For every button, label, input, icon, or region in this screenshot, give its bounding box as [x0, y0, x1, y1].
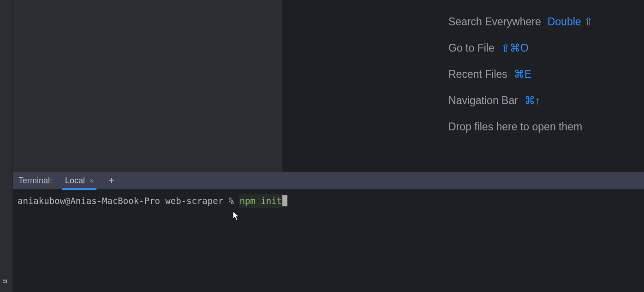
terminal-header: Terminal: Local × +: [13, 172, 644, 190]
terminal-panel: Terminal: Local × + aniakubow@Anias-MacB…: [13, 172, 644, 292]
svg-rect-2: [6, 280, 7, 283]
close-icon[interactable]: ×: [89, 177, 94, 185]
action-search-everywhere[interactable]: Search Everywhere Double ⇧: [448, 16, 593, 28]
action-label: Go to File: [448, 42, 495, 54]
editor-welcome-panel: Search Everywhere Double ⇧ Go to File ⇧⌘…: [282, 0, 644, 172]
structure-icon[interactable]: [3, 279, 9, 286]
terminal-cursor: [282, 195, 287, 206]
action-navigation-bar[interactable]: Navigation Bar ⌘↑: [448, 94, 593, 107]
action-label: Recent Files: [448, 68, 507, 81]
terminal-prompt-line: aniakubow@Anias-MacBook-Pro web-scraper …: [18, 194, 639, 208]
editor-area: Search Everywhere Double ⇧ Go to File ⇧⌘…: [13, 0, 644, 172]
terminal-content[interactable]: aniakubow@Anias-MacBook-Pro web-scraper …: [13, 190, 644, 212]
svg-rect-1: [3, 282, 5, 283]
drop-files-hint: Drop files here to open them: [448, 121, 593, 133]
terminal-prompt: aniakubow@Anias-MacBook-Pro web-scraper …: [18, 194, 239, 208]
action-go-to-file[interactable]: Go to File ⇧⌘O: [448, 42, 593, 54]
shortcut-key: ⌘↑: [525, 94, 541, 107]
action-label: Navigation Bar: [448, 94, 518, 107]
terminal-tab-local[interactable]: Local ×: [63, 172, 95, 190]
terminal-command: npm init: [239, 194, 282, 208]
terminal-title: Terminal:: [18, 176, 52, 186]
welcome-actions: Search Everywhere Double ⇧ Go to File ⇧⌘…: [448, 16, 593, 133]
editor-left-panel: [13, 0, 282, 172]
tool-window-sidebar: Structure: [0, 0, 13, 292]
shortcut-key: Double ⇧: [548, 16, 593, 28]
terminal-tab-label: Local: [65, 176, 85, 186]
drop-text: Drop files here to open them: [448, 121, 582, 133]
svg-rect-0: [3, 280, 5, 281]
shortcut-key: ⌘E: [514, 68, 531, 81]
add-terminal-tab-button[interactable]: +: [108, 175, 114, 186]
action-label: Search Everywhere: [448, 16, 541, 28]
shortcut-key: ⇧⌘O: [501, 42, 529, 54]
action-recent-files[interactable]: Recent Files ⌘E: [448, 68, 593, 81]
